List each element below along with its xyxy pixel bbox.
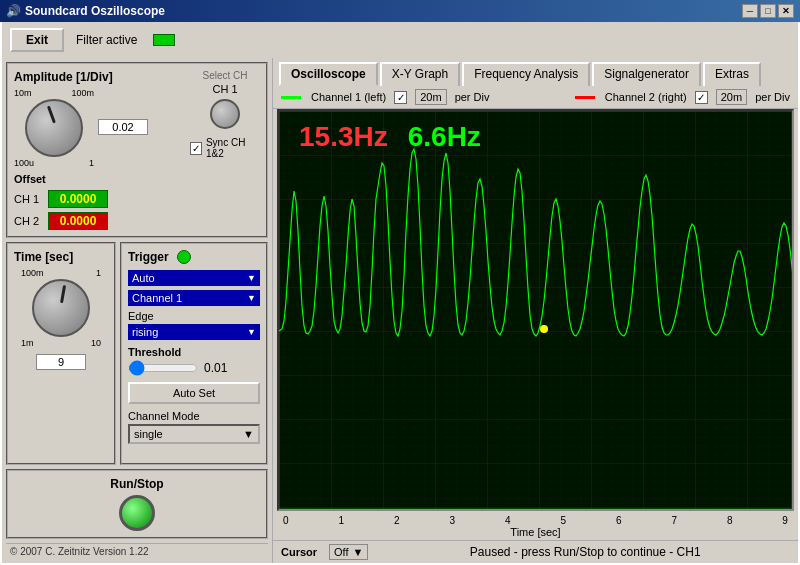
offset-area: Offset CH 1 0.0000 CH 2 0.0000 [14,172,260,230]
channel-mode-dropdown[interactable]: single ▼ [128,424,260,444]
ch1-offset-value[interactable]: 0.0000 [48,190,108,208]
time-knob[interactable] [32,279,90,337]
ch1-per-div-label: per Div [455,91,490,103]
cursor-marker [540,325,548,333]
title-bar: 🔊 Soundcard Oszilloscope ─ □ ✕ [0,0,800,22]
status-text: Paused - press Run/Stop to continue - CH… [380,545,790,559]
close-button[interactable]: ✕ [778,4,794,18]
app-title: Soundcard Oszilloscope [25,4,742,18]
time-axis: 0 1 2 3 4 5 6 7 8 9 Time [sec] [273,513,798,540]
ch2-checkbox[interactable]: ✓ [695,91,708,104]
ch1-offset-label: CH 1 [14,193,44,205]
threshold-label: Threshold [128,346,260,358]
tick-8: 8 [727,515,733,526]
amplitude-knob[interactable] [25,99,83,157]
tick-0: 0 [283,515,289,526]
amplitude-value-input[interactable] [98,119,148,135]
time-title: Time [sec] [14,250,108,264]
tick-5: 5 [560,515,566,526]
amplitude-section: Amplitude [1/Div] 10m 100m 100u 1 [6,62,268,238]
cursor-arrow: ▼ [353,546,364,558]
cursor-label: Cursor [281,546,317,558]
run-stop-button[interactable] [119,495,155,531]
edge-arrow: ▼ [247,327,256,337]
right-panel: Oscilloscope X-Y Graph Frequency Analysi… [272,58,798,563]
time-value-input[interactable] [36,354,86,370]
tab-freq-analysis[interactable]: Frequency Analysis [462,62,590,86]
tab-extras[interactable]: Extras [703,62,761,86]
edge-value: rising [132,326,158,338]
sync-row: ✓ Sync CH 1&2 [190,137,260,159]
minimize-button[interactable]: ─ [742,4,758,18]
left-panel: Amplitude [1/Div] 10m 100m 100u 1 [2,58,272,563]
time-axis-label: Time [sec] [510,526,560,538]
auto-set-button[interactable]: Auto Set [128,382,260,404]
trigger-indicator [177,250,191,264]
oscilloscope-canvas[interactable]: 15.3Hz 6.6Hz [277,109,794,511]
trigger-channel-dropdown[interactable]: Channel 1 ▼ [128,290,260,306]
ch1-checkbox[interactable]: ✓ [394,91,407,104]
tick-9: 9 [782,515,788,526]
time-knob-container: 100m 1 1m 10 [21,268,101,348]
threshold-slider[interactable] [128,360,198,376]
exit-button[interactable]: Exit [10,28,64,52]
amp-knob-label-tl: 10m [14,88,32,98]
time-knob-label-tr: 1 [96,268,101,278]
tab-signalgenerator[interactable]: Signalgenerator [592,62,701,86]
trigger-mode-value: Auto [132,272,155,284]
trigger-channel-arrow: ▼ [247,293,256,303]
ch2-per-div-label: per Div [755,91,790,103]
amp-knob-label-bl: 100u [14,158,34,168]
tick-4: 4 [505,515,511,526]
ch2-per-div[interactable]: 20m [716,89,747,105]
top-bar: Exit Filter active [2,22,798,58]
window-controls: ─ □ ✕ [742,4,794,18]
time-knob-label-tl: 100m [21,268,44,278]
ch2-offset-value[interactable]: 0.0000 [48,212,108,230]
trigger-mode-dropdown[interactable]: Auto ▼ [128,270,260,286]
sync-label: Sync CH 1&2 [206,137,260,159]
tick-3: 3 [449,515,455,526]
ch1-per-div[interactable]: 20m [415,89,446,105]
trigger-channel-value: Channel 1 [132,292,182,304]
filter-indicator [153,34,175,46]
trigger-mode-arrow: ▼ [247,273,256,283]
time-section: Time [sec] 100m 1 1m 10 [6,242,116,465]
amp-knob-label-tr: 100m [71,88,94,98]
maximize-button[interactable]: □ [760,4,776,18]
main-window: Exit Filter active Amplitude [1/Div] 10m… [0,22,800,565]
tick-2: 2 [394,515,400,526]
sync-checkbox[interactable]: ✓ [190,142,202,155]
trigger-title: Trigger [128,250,169,264]
trigger-section: Trigger Auto ▼ Channel 1 ▼ Edge rising [120,242,268,465]
ch2-channel-label: Channel 2 (right) [605,91,687,103]
copyright: © 2007 C. Zeitnitz Version 1.22 [6,543,268,559]
select-ch-label: Select CH [202,70,247,81]
offset-title: Offset [14,173,46,185]
ch2-offset-row: CH 2 0.0000 [14,212,260,230]
select-ch-area: Select CH CH 1 ✓ Sync CH 1&2 [190,70,260,168]
amplitude-knob-container: 10m 100m 100u 1 [14,88,94,168]
cursor-dropdown[interactable]: Off ▼ [329,544,368,560]
threshold-value: 0.01 [204,361,227,375]
filter-label: Filter active [76,33,137,47]
threshold-slider-row: 0.01 [128,360,260,376]
tick-6: 6 [616,515,622,526]
tick-1: 1 [338,515,344,526]
tab-xy-graph[interactable]: X-Y Graph [380,62,460,86]
ch1-offset-row: CH 1 0.0000 [14,190,260,208]
trigger-header: Trigger [128,250,260,264]
run-stop-label: Run/Stop [14,477,260,491]
ch2-offset-label: CH 2 [14,215,44,227]
edge-label: Edge [128,310,260,322]
amplitude-title: Amplitude [1/Div] [14,70,182,84]
edge-dropdown[interactable]: rising ▼ [128,324,260,340]
ch-label: CH 1 [212,83,237,95]
channel-mode-arrow: ▼ [243,428,254,440]
time-ticks: 0 1 2 3 4 5 6 7 8 9 [277,515,794,526]
amp-knob-label-br: 1 [89,158,94,168]
app-icon: 🔊 [6,4,21,18]
ch1-select-button[interactable] [210,99,240,129]
threshold-area: Threshold 0.01 [128,346,260,376]
tab-oscilloscope[interactable]: Oscilloscope [279,62,378,86]
